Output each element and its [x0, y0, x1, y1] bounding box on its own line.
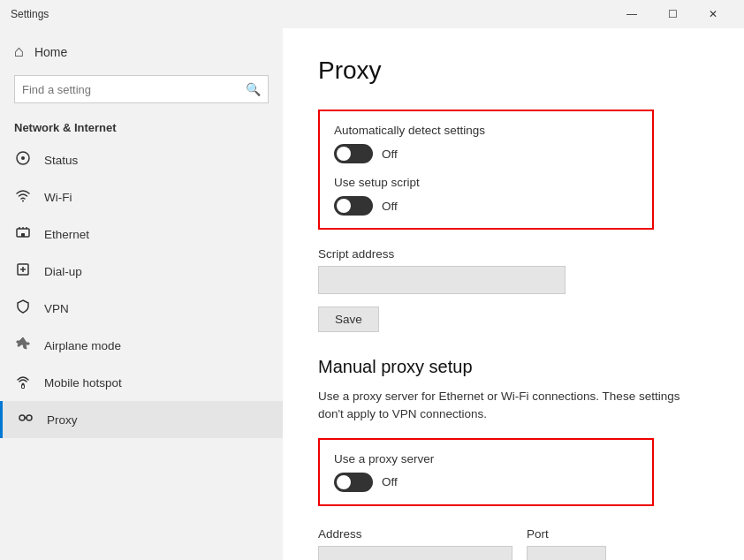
sidebar: ⌂ Home 🔍 Network & Internet Status: [0, 28, 283, 560]
svg-point-13: [19, 415, 25, 420]
use-proxy-toggle[interactable]: [334, 473, 373, 492]
sidebar-item-hotspot[interactable]: Mobile hotspot: [0, 364, 283, 401]
auto-detect-row: Off: [334, 144, 638, 163]
auto-detect-label: Automatically detect settings: [334, 124, 638, 137]
vpn-icon: [14, 299, 32, 318]
setup-script-row: Off: [334, 196, 638, 216]
home-icon: ⌂: [14, 42, 24, 61]
setup-script-state: Off: [382, 200, 398, 213]
dialup-icon: [14, 261, 32, 281]
sidebar-item-wifi[interactable]: Wi-Fi: [0, 178, 283, 216]
sidebar-item-label: Dial-up: [44, 265, 82, 278]
port-input[interactable]: [527, 546, 606, 561]
port-label: Port: [527, 527, 606, 541]
search-icon: 🔍: [246, 82, 261, 96]
script-address-label: Script address: [318, 247, 709, 261]
auto-detect-state: Off: [382, 148, 398, 161]
toggle-track: [334, 144, 373, 163]
airplane-icon: [14, 336, 32, 355]
use-proxy-row: Off: [334, 473, 638, 492]
sidebar-item-label: Airplane mode: [44, 339, 121, 352]
toggle-thumb: [337, 475, 351, 489]
sidebar-item-vpn[interactable]: VPN: [0, 290, 283, 327]
sidebar-item-label: Ethernet: [44, 228, 89, 241]
sidebar-item-airplane[interactable]: Airplane mode: [0, 327, 283, 364]
proxy-icon: [17, 410, 34, 429]
use-proxy-box: Use a proxy server Off: [318, 438, 654, 506]
toggle-thumb: [337, 147, 351, 161]
titlebar-title: Settings: [11, 8, 611, 20]
sidebar-item-ethernet[interactable]: Ethernet: [0, 216, 283, 253]
sidebar-item-dialup[interactable]: Dial-up: [0, 253, 283, 290]
address-label: Address: [318, 527, 512, 541]
script-address-input[interactable]: [318, 266, 566, 294]
address-field-group: Address: [318, 527, 512, 561]
sidebar-item-label: VPN: [44, 302, 69, 315]
sidebar-section-title: Network & Internet: [0, 110, 283, 141]
search-input[interactable]: [22, 83, 246, 96]
setup-script-toggle[interactable]: [334, 196, 373, 216]
manual-section-title: Manual proxy setup: [318, 357, 709, 377]
address-input[interactable]: [318, 546, 512, 561]
svg-point-1: [21, 156, 25, 160]
status-icon: [14, 150, 32, 170]
svg-point-14: [27, 415, 32, 420]
page-title: Proxy: [318, 57, 709, 85]
home-label: Home: [34, 45, 67, 59]
titlebar: Settings — ☐ ✕: [0, 0, 744, 28]
manual-description: Use a proxy server for Ethernet or Wi-Fi…: [318, 388, 709, 424]
content-area: Proxy Automatically detect settings Off …: [283, 28, 744, 560]
auto-detect-toggle[interactable]: [334, 144, 373, 163]
toggle-thumb: [337, 199, 351, 213]
use-proxy-state: Off: [382, 475, 398, 488]
svg-rect-7: [21, 233, 25, 237]
sidebar-item-home[interactable]: ⌂ Home: [0, 35, 283, 68]
use-proxy-label: Use a proxy server: [334, 452, 638, 465]
close-button[interactable]: ✕: [693, 0, 733, 28]
address-port-row: Address Port: [318, 527, 709, 561]
minimize-button[interactable]: —: [611, 0, 652, 28]
titlebar-controls: — ☐ ✕: [611, 0, 733, 28]
wifi-icon: [14, 187, 32, 207]
hotspot-icon: [14, 373, 32, 392]
search-box: 🔍: [14, 75, 269, 103]
toggle-track: [334, 196, 373, 216]
sidebar-item-label: Mobile hotspot: [44, 376, 122, 390]
maximize-button[interactable]: ☐: [652, 0, 693, 28]
sidebar-item-label: Wi-Fi: [44, 191, 72, 204]
sidebar-item-status[interactable]: Status: [0, 141, 283, 178]
save-button[interactable]: Save: [318, 306, 379, 332]
port-field-group: Port: [527, 527, 606, 561]
sidebar-item-proxy[interactable]: Proxy: [0, 401, 283, 438]
ethernet-icon: [14, 224, 32, 244]
toggle-track: [334, 473, 373, 492]
sidebar-item-label: Status: [44, 154, 78, 167]
setup-script-label: Use setup script: [334, 176, 638, 189]
app-body: ⌂ Home 🔍 Network & Internet Status: [0, 28, 744, 560]
sidebar-item-label: Proxy: [47, 413, 78, 427]
auto-proxy-box: Automatically detect settings Off Use se…: [318, 110, 654, 230]
svg-point-2: [22, 201, 24, 202]
